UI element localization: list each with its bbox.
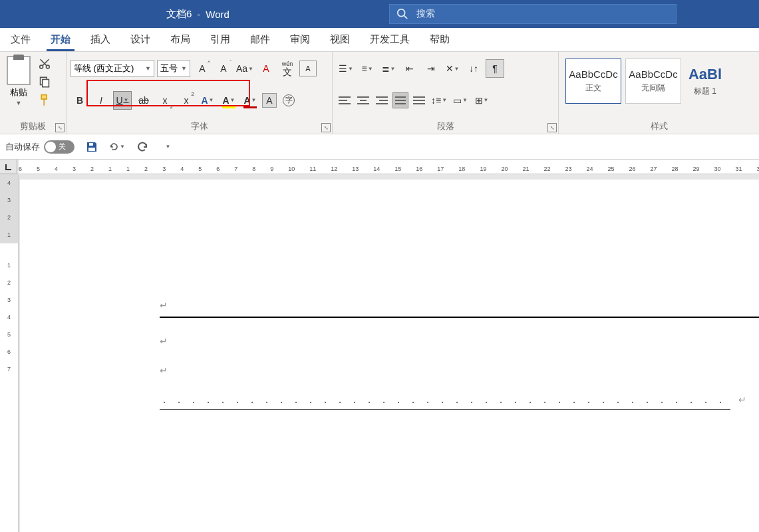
group-paragraph: ☰▼ ≡▼ ≣▼ ⇤ ⇥ ✕▼ ↓↑ ¶ ↕≡▼ ▭▼ ⊞▼ 段落 ⤡: [333, 52, 559, 134]
tab-file[interactable]: 文件: [7, 29, 35, 51]
style-heading1[interactable]: AaBl 标题 1: [685, 59, 725, 104]
align-center-button[interactable]: [355, 92, 371, 108]
search-placeholder: 搜索: [416, 8, 435, 20]
enclose-characters-button[interactable]: 字: [279, 91, 298, 110]
app-name: Word: [206, 9, 229, 20]
show-marks-button[interactable]: ¶: [486, 59, 504, 78]
autosave-toggle[interactable]: 关: [44, 140, 75, 154]
tab-insert[interactable]: 插入: [86, 29, 114, 51]
distribute-button[interactable]: [411, 92, 427, 108]
line-spacing-button[interactable]: ↕≡▼: [430, 91, 448, 110]
svg-line-1: [404, 16, 408, 19]
svg-rect-7: [43, 80, 49, 87]
shrink-font-button[interactable]: Aˇ: [214, 59, 233, 78]
ribbon-tabs: 文件 开始 插入 设计 布局 引用 邮件 审阅 视图 开发工具 帮助: [0, 28, 759, 52]
autosave-label: 自动保存: [5, 141, 40, 153]
align-left-button[interactable]: [337, 92, 353, 108]
tab-layout[interactable]: 布局: [166, 29, 194, 51]
clipboard-dialog-launcher[interactable]: ⤡: [55, 123, 65, 132]
svg-point-0: [398, 9, 405, 17]
superscript-button[interactable]: x2: [177, 91, 196, 110]
group-font: 等线 (西文正文)▼ 五号▼ A^ Aˇ Aa▼ A wén文 A B I U▼…: [67, 52, 333, 134]
tab-developer[interactable]: 开发工具: [366, 29, 414, 51]
bullets-button[interactable]: ☰▼: [337, 59, 355, 78]
tab-stop-selector[interactable]: [0, 160, 17, 174]
paste-dropdown-arrow[interactable]: ▼: [16, 100, 22, 106]
svg-rect-8: [41, 94, 47, 98]
horizontal-ruler[interactable]: 6543211234567891011121314151617181920212…: [19, 160, 759, 174]
asian-layout-button[interactable]: ✕▼: [443, 59, 462, 78]
text-effects-button[interactable]: A▼: [198, 91, 217, 110]
editor-area: 6543211234567891011121314151617181920212…: [0, 160, 759, 532]
dotted-underline-text: ．．．．．．．．．．．．．．．．．．．．．．．．．．．．．．．．．．．．．．．: [160, 394, 730, 410]
paragraph-mark: ↵: [160, 336, 168, 346]
subscript-button[interactable]: x2: [156, 91, 174, 110]
paragraph-label: 段落: [337, 120, 554, 132]
redo-button[interactable]: [134, 139, 150, 155]
strikethrough-button[interactable]: ab: [134, 91, 153, 110]
vertical-ruler[interactable]: 43211234567: [0, 174, 19, 532]
paste-label: 粘贴: [10, 86, 27, 98]
svg-rect-11: [89, 143, 93, 146]
paste-icon: [7, 56, 31, 85]
paste-button[interactable]: 粘贴 ▼: [4, 56, 33, 106]
change-case-button[interactable]: Aa▼: [235, 59, 254, 78]
paragraph-mark: ↵: [738, 394, 746, 405]
document-page[interactable]: ↵ ↵ ↵ ．．．．．．．．．．．．．．．．．．．．．．．．．．．．．．．．．．…: [20, 180, 759, 532]
paragraph-mark: ↵: [160, 365, 168, 376]
multilevel-list-button[interactable]: ≣▼: [379, 59, 398, 78]
font-color-button[interactable]: A▼: [241, 91, 259, 110]
sort-button[interactable]: ↓↑: [464, 59, 483, 78]
search-box[interactable]: 搜索: [389, 4, 677, 24]
font-dialog-launcher[interactable]: ⤡: [321, 123, 331, 132]
qat-customize-button[interactable]: ▼: [160, 139, 176, 155]
format-painter-icon[interactable]: [37, 94, 52, 106]
title-bar: 文档6 - Word 搜索: [0, 0, 759, 28]
paragraph-mark: ↵: [160, 300, 168, 311]
quick-access-toolbar: 自动保存 关 ▼ ▼: [0, 134, 759, 160]
align-right-button[interactable]: [374, 92, 390, 108]
tab-help[interactable]: 帮助: [426, 29, 454, 51]
group-styles: AaBbCcDc 正文 AaBbCcDc 无间隔 AaBl 标题 1 样式: [559, 52, 759, 134]
tab-references[interactable]: 引用: [206, 29, 234, 51]
style-normal[interactable]: AaBbCcDc 正文: [565, 59, 621, 104]
style-no-spacing[interactable]: AaBbCcDc 无间隔: [625, 59, 681, 104]
font-size-combo[interactable]: 五号▼: [157, 60, 190, 77]
tab-mailings[interactable]: 邮件: [246, 29, 274, 51]
highlight-button[interactable]: A▼: [220, 91, 238, 110]
save-button[interactable]: [84, 139, 100, 155]
search-icon: [396, 8, 408, 20]
horizontal-rule: [160, 317, 759, 318]
font-name-combo[interactable]: 等线 (西文正文)▼: [71, 60, 154, 77]
numbering-button[interactable]: ≡▼: [358, 59, 377, 78]
title-separator: -: [197, 9, 200, 20]
shading-button[interactable]: ▭▼: [451, 91, 470, 110]
paragraph-dialog-launcher[interactable]: ⤡: [547, 123, 557, 132]
grow-font-button[interactable]: A^: [193, 59, 212, 78]
character-shading-button[interactable]: A: [262, 93, 277, 108]
clipboard-label: 剪贴板: [4, 120, 62, 132]
tab-home[interactable]: 开始: [47, 29, 75, 51]
undo-button[interactable]: ▼: [109, 139, 125, 155]
styles-label: 样式: [563, 120, 755, 132]
borders-button[interactable]: ⊞▼: [472, 91, 491, 110]
tab-view[interactable]: 视图: [326, 29, 354, 51]
underline-button[interactable]: U▼: [113, 91, 132, 110]
clear-formatting-button[interactable]: A: [257, 59, 275, 78]
italic-button[interactable]: I: [92, 91, 110, 110]
bold-button[interactable]: B: [71, 91, 89, 110]
svg-rect-10: [88, 148, 95, 151]
decrease-indent-button[interactable]: ⇤: [400, 59, 419, 78]
cut-icon[interactable]: [37, 57, 52, 70]
tab-review[interactable]: 审阅: [286, 29, 314, 51]
tab-design[interactable]: 设计: [126, 29, 154, 51]
character-border-button[interactable]: A: [299, 61, 317, 76]
increase-indent-button[interactable]: ⇥: [422, 59, 440, 78]
phonetic-guide-button[interactable]: wén文: [278, 59, 297, 78]
group-clipboard: 粘贴 ▼ 剪贴板 ⤡: [0, 52, 67, 134]
document-name: 文档6: [166, 8, 192, 21]
font-label: 字体: [71, 120, 328, 132]
copy-icon[interactable]: [37, 75, 52, 88]
align-justify-button[interactable]: [392, 92, 408, 108]
ribbon-content: 粘贴 ▼ 剪贴板 ⤡ 等线 (西文正文)▼ 五号▼ A^ Aˇ Aa▼ A wé…: [0, 52, 759, 134]
